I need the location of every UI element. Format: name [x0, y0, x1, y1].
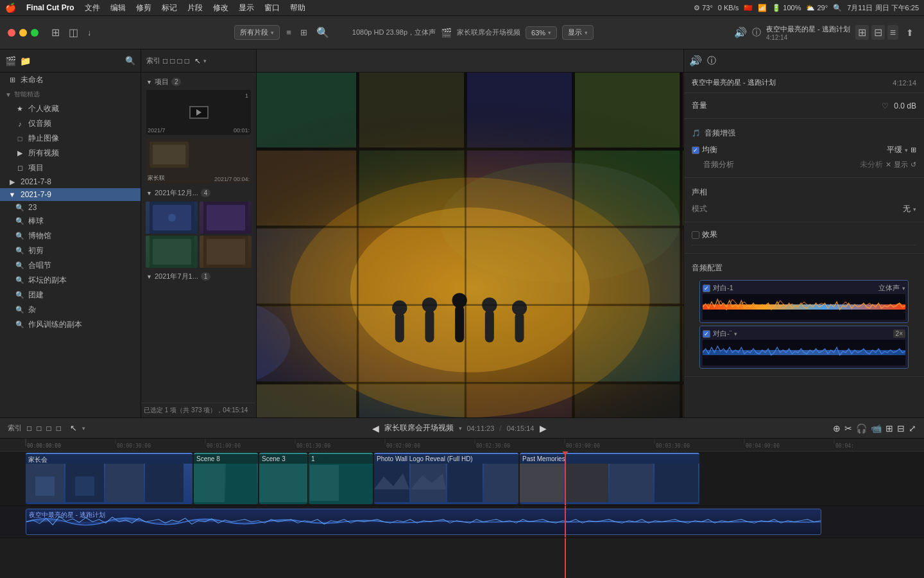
clip-jiazhanghui[interactable]: 家长会 [26, 453, 193, 504]
tl-add-icon[interactable]: ⊕ [833, 423, 841, 434]
search-button[interactable]: 🔍 [314, 25, 332, 40]
tl-headphone-icon[interactable]: 🎧 [856, 423, 867, 434]
project-item-1[interactable]: 1 2021/7 00:01: [144, 89, 253, 137]
minimize-button[interactable] [19, 29, 27, 37]
tl-video-icon[interactable]: 📹 [871, 423, 882, 434]
sidebar-item-chorus[interactable]: 🔍 合唱节 [0, 258, 141, 273]
layout-full-button[interactable]: ≡ [887, 25, 898, 40]
menu-modify[interactable]: 修改 [213, 3, 228, 13]
browser-icon1[interactable]: □ [163, 57, 167, 66]
dec-thumb-3[interactable] [146, 236, 198, 268]
clip-photowall[interactable]: Photo Wall Logo Reveal (Full HD) [374, 453, 518, 504]
selection-dropdown-icon[interactable]: ▾ [203, 58, 207, 64]
clip-scene8[interactable]: Scene 8 [194, 453, 258, 504]
display-dropdown[interactable]: 显示 ▾ [562, 25, 594, 40]
balance-dropdown-icon[interactable]: ▾ [905, 147, 908, 153]
sidebar-item-audio-only[interactable]: ♪ 仅音频 [0, 116, 141, 131]
volume-heart-icon[interactable]: ♡ [882, 101, 889, 110]
track2-label-dropdown[interactable]: ▾ [734, 331, 737, 337]
tl-next-icon[interactable]: ▶ [540, 423, 547, 434]
tl-layout-icon[interactable]: ⊞ [886, 423, 893, 434]
sidebar-item-favorites[interactable]: ★ 个人收藏 [0, 101, 141, 116]
browser-icon4[interactable]: □ [185, 57, 189, 66]
playhead[interactable] [565, 451, 566, 505]
clip-past-memories[interactable]: Past Memories [520, 453, 699, 504]
clip-1[interactable]: 1 [309, 453, 373, 504]
menu-trim[interactable]: 修剪 [136, 3, 151, 13]
tl-icon2[interactable]: □ [37, 424, 41, 433]
tl-trim-icon[interactable]: ✂ [844, 423, 852, 434]
sequence-dropdown-icon[interactable]: ▾ [459, 425, 462, 432]
analysis-refresh-icon[interactable]: ↺ [911, 161, 916, 169]
balance-checkbox[interactable]: ✓ [692, 146, 699, 154]
list-view-button[interactable]: ≡ [284, 26, 294, 39]
track2-checkbox[interactable]: ✓ [703, 330, 710, 338]
sidebar-item-baseball[interactable]: 🔍 棒球 [0, 214, 141, 229]
layout-grid-button[interactable]: ⊞ [855, 25, 869, 40]
sidebar-search-icon[interactable]: 🔍 [125, 56, 135, 66]
selection-arrow[interactable]: ↖ [194, 57, 201, 66]
sidebar-section-smart[interactable]: ▼ 智能精选 [0, 87, 141, 101]
grid-view-button[interactable]: ⊞ [298, 26, 310, 39]
close-button[interactable] [8, 29, 15, 37]
analysis-display-label[interactable]: 显示 [894, 160, 908, 170]
zoom-dropdown[interactable]: 63% ▾ [526, 26, 557, 39]
menu-mark[interactable]: 标记 [162, 3, 177, 13]
sidebar-item-all-video[interactable]: ▶ 所有视频 [0, 146, 141, 161]
dec-thumb-4[interactable] [200, 236, 252, 268]
sidebar-item-team[interactable]: 🔍 团建 [0, 288, 141, 302]
tl-arrow-dropdown[interactable]: ▾ [82, 425, 85, 432]
app-menu[interactable]: Final Cut Pro [26, 3, 74, 12]
tl-icon3[interactable]: □ [47, 424, 51, 433]
tl-zoom-icon[interactable]: ⊟ [897, 423, 905, 434]
sidebar-item-stills[interactable]: □ 静止图像 [0, 131, 141, 146]
share-button[interactable]: ⬆ [903, 26, 916, 39]
mode-dropdown-icon[interactable]: ▾ [913, 206, 916, 213]
sidebar-item-training-script[interactable]: 🔍 作风训练的副本 [0, 317, 141, 332]
audio-clip[interactable]: 夜空中最亮的星 - 逃跑计划 [26, 509, 821, 535]
fullscreen-button[interactable] [31, 29, 38, 37]
effects-checkbox[interactable] [692, 231, 699, 239]
apple-menu[interactable]: 🍎 [5, 3, 16, 13]
tl-expand-icon[interactable]: ⤢ [909, 423, 916, 434]
track1-dropdown-icon[interactable]: ▾ [902, 285, 905, 292]
browser-section-projects[interactable]: ▼ 项目 2 [144, 75, 253, 89]
browser-icon2[interactable]: □ [170, 57, 175, 66]
import-button[interactable]: ↓ [85, 25, 94, 40]
analysis-icon1[interactable]: ✕ [886, 161, 891, 169]
search-icon[interactable]: 🔍 [833, 4, 842, 12]
inspector-info-icon[interactable]: ⓘ [707, 55, 716, 67]
balance-edit-icon[interactable]: ⊞ [911, 146, 916, 154]
speaker-icon[interactable]: 🔊 [734, 26, 747, 39]
tl-arrow[interactable]: ↖ [70, 423, 77, 433]
menu-clip[interactable]: 片段 [187, 3, 203, 13]
tl-prev-icon[interactable]: ◀ [372, 423, 379, 434]
sidebar-item-23[interactable]: 🔍 23 [0, 201, 141, 214]
dec-thumb-1[interactable] [146, 202, 198, 234]
menu-edit[interactable]: 编辑 [110, 3, 126, 13]
menu-file[interactable]: 文件 [85, 3, 100, 13]
tl-icon4[interactable]: □ [56, 424, 61, 433]
sidebar-item-folder-2021-7-8[interactable]: ▶ 2021-7-8 [0, 175, 141, 188]
filter-dropdown[interactable]: 所有片段 ▾ [234, 25, 280, 40]
browser-section-dec2021[interactable]: ▼ 2021年12月... 4 [144, 186, 253, 200]
sidebar-item-misc[interactable]: 🔍 杂 [0, 302, 141, 317]
sidebar-item-museum[interactable]: 🔍 博物馆 [0, 229, 141, 243]
menu-help[interactable]: 帮助 [290, 3, 305, 13]
track1-checkbox[interactable]: ✓ [703, 285, 710, 292]
library-view-button[interactable]: ⊞ [49, 25, 62, 40]
layout-split-button[interactable]: ⊟ [871, 25, 885, 40]
clip-scene3[interactable]: Scene 3 [259, 453, 307, 504]
sidebar-item-library[interactable]: ⊞ 未命名 [0, 73, 141, 87]
browser-view-button[interactable]: ◫ [66, 25, 81, 40]
dec-thumb-2[interactable] [200, 202, 252, 234]
sidebar-item-folder-2021-7-9[interactable]: ▼ 2021-7-9 [0, 188, 141, 201]
inspector-speaker-icon[interactable]: 🔊 [689, 55, 702, 67]
browser-section-jul2021[interactable]: ▼ 2021年7月1... 1 [144, 270, 253, 283]
project-item-2[interactable]: 家长联 2021/7 00:04: [144, 137, 253, 186]
sidebar-item-rough-cut[interactable]: 🔍 初剪 [0, 243, 141, 258]
info-icon[interactable]: ⓘ [752, 27, 761, 39]
menu-view[interactable]: 显示 [239, 3, 254, 13]
menu-window[interactable]: 窗口 [264, 3, 280, 13]
sidebar-item-projects[interactable]: ◻ 项目 [0, 161, 141, 175]
